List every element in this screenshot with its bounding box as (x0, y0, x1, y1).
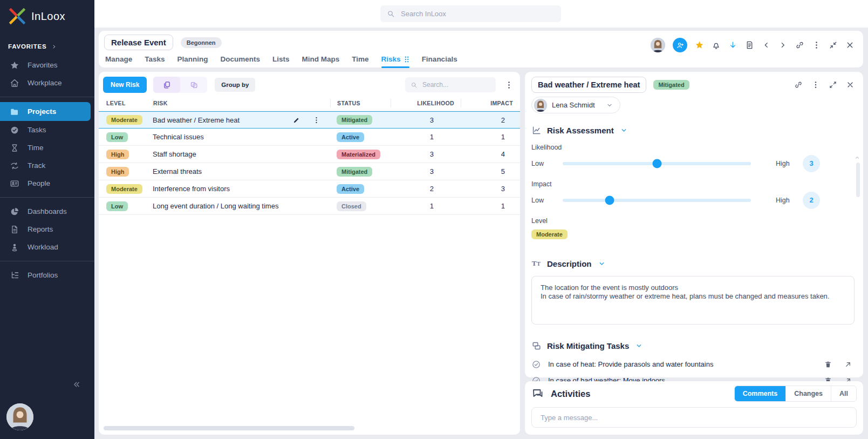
sidebar-item-favorites[interactable]: Favorites (0, 56, 94, 74)
sidebar-item-time[interactable]: Time (0, 139, 94, 157)
new-risk-button[interactable]: New Risk (103, 77, 147, 93)
project-tabs: ManageTasksPlanningDocumentsListsMind Ma… (99, 50, 863, 68)
column-header-risk[interactable]: RISK (153, 99, 330, 107)
edit-risk-icon[interactable] (292, 116, 300, 124)
risk-row[interactable]: LowTechnical issuesActive11 (99, 129, 520, 146)
duplicate-view-button[interactable] (180, 77, 207, 93)
tab-label: Tasks (145, 55, 165, 63)
global-search[interactable] (380, 5, 561, 22)
sidebar-item-label: Reports (28, 225, 53, 233)
sidebar: InLoox FAVORITES FavoritesWorkplaceProje… (0, 0, 94, 439)
collapse-section-icon[interactable] (620, 127, 627, 134)
notes-document-icon[interactable] (745, 40, 754, 50)
add-member-button[interactable] (673, 38, 687, 52)
list-options-icon[interactable] (504, 80, 514, 90)
message-box[interactable] (531, 407, 857, 428)
navigate-back-icon[interactable] (762, 40, 771, 50)
sidebar-item-portfolios[interactable]: Portfolios (0, 266, 94, 284)
download-icon[interactable] (728, 40, 737, 50)
notifications-bell-icon[interactable] (712, 40, 721, 50)
likelihood-slider[interactable] (563, 162, 751, 165)
more-options-icon[interactable] (811, 80, 820, 89)
risk-owner-select[interactable]: Lena Schmidt (531, 97, 620, 113)
description-text[interactable]: The location for the event is mostly out… (531, 276, 855, 325)
risk-row[interactable]: ModerateBad weather / Extreme heatMitiga… (99, 111, 520, 129)
likelihood-slider-thumb[interactable] (652, 159, 661, 168)
tab-manage[interactable]: Manage (105, 55, 132, 68)
more-options-icon[interactable] (812, 40, 821, 50)
sidebar-divider (0, 197, 94, 198)
sidebar-item-label: Track (28, 161, 45, 170)
column-header-impact[interactable]: IMPACT (461, 99, 520, 107)
column-header-status[interactable]: STATUS (330, 99, 391, 107)
global-search-input[interactable] (400, 9, 555, 18)
sidebar-item-people[interactable]: People (0, 174, 94, 192)
message-input[interactable] (539, 413, 849, 422)
close-panel-icon[interactable] (846, 80, 855, 89)
tab-mind-maps[interactable]: Mind Maps (302, 55, 340, 68)
expand-panel-icon[interactable] (829, 80, 837, 89)
sidebar-item-workload[interactable]: Workload (0, 238, 94, 256)
tab-tasks[interactable]: Tasks (145, 55, 165, 68)
delete-task-icon[interactable] (824, 360, 832, 369)
risk-row[interactable]: LowLong event duration / Long waiting ti… (99, 198, 520, 215)
group-by-button[interactable]: Group by (215, 78, 255, 92)
member-avatar[interactable] (651, 38, 665, 52)
task-actions (824, 360, 855, 369)
open-task-icon[interactable] (844, 360, 852, 369)
tab-documents[interactable]: Documents (221, 55, 261, 68)
sidebar-item-dashboards[interactable]: Dashboards (0, 202, 94, 220)
row-options-icon[interactable] (312, 116, 320, 124)
copy-link-icon[interactable] (795, 40, 804, 50)
collapse-section-icon[interactable] (635, 342, 643, 349)
sidebar-item-reports[interactable]: Reports (0, 220, 94, 238)
activity-filter-group: CommentsChangesAll (734, 386, 857, 402)
risk-row[interactable]: ModerateInterference from visitorsActive… (99, 180, 520, 198)
column-header-level[interactable]: LEVEL (99, 99, 153, 107)
scroll-up-icon[interactable] (855, 155, 860, 160)
impact-slider[interactable] (563, 199, 751, 202)
collapse-view-icon[interactable] (829, 40, 838, 50)
brand-name: InLoox (31, 10, 65, 23)
sidebar-item-workplace[interactable]: Workplace (0, 74, 94, 92)
close-project-icon[interactable] (845, 40, 855, 50)
sidebar-collapse-icon[interactable] (72, 380, 81, 389)
filter-changes-button[interactable]: Changes (785, 386, 831, 401)
filter-comments-button[interactable]: Comments (735, 386, 786, 401)
favorites-section-header[interactable]: FAVORITES (8, 43, 94, 50)
risk-row[interactable]: HighExternal threatsMitigated35 (99, 163, 520, 180)
risk-title[interactable]: Bad weather / Extreme heat (531, 77, 646, 93)
copy-view-button[interactable] (153, 77, 180, 93)
favorite-star-icon[interactable] (695, 40, 704, 50)
vertical-scrollbar-thumb[interactable] (856, 163, 860, 197)
impact-min-label: Low (531, 197, 549, 204)
impact-slider-thumb[interactable] (605, 195, 614, 205)
risk-table-body: ModerateBad weather / Extreme heatMitiga… (99, 111, 520, 215)
impact-cell: 1 (461, 133, 520, 141)
sidebar-item-tasks[interactable]: Tasks (0, 121, 94, 139)
owner-avatar (534, 99, 547, 112)
risk-search[interactable] (405, 77, 496, 92)
check-circle-icon[interactable] (531, 360, 541, 369)
mitigating-task-row[interactable]: In case of heat: Provide parasols and wa… (531, 356, 855, 373)
sidebar-item-track[interactable]: Track (0, 157, 94, 174)
navigate-forward-icon[interactable] (778, 40, 788, 50)
sidebar-item-projects[interactable]: Projects (0, 102, 91, 121)
user-avatar[interactable] (6, 403, 33, 430)
tab-risks[interactable]: Risks (381, 55, 409, 68)
tab-lists[interactable]: Lists (272, 55, 290, 68)
tab-planning[interactable]: Planning (177, 55, 208, 68)
tab-drag-handle-icon[interactable] (404, 56, 409, 63)
collapse-section-icon[interactable] (598, 260, 605, 267)
risk-row[interactable]: HighStaff shortageMaterialized34 (99, 146, 520, 163)
tab-financials[interactable]: Financials (422, 55, 457, 68)
star-icon (10, 60, 19, 70)
horizontal-scrollbar-thumb[interactable] (104, 426, 354, 430)
tab-time[interactable]: Time (352, 55, 368, 68)
column-header-likelihood[interactable]: LIKELIHOOD (391, 99, 461, 107)
filter-all-button[interactable]: All (831, 386, 856, 401)
risk-search-input[interactable] (421, 80, 490, 89)
mitigating-tasks-heading: Risk Mitigating Tasks (547, 341, 629, 350)
project-title[interactable]: Release Event (104, 35, 173, 50)
copy-link-icon[interactable] (794, 80, 803, 89)
